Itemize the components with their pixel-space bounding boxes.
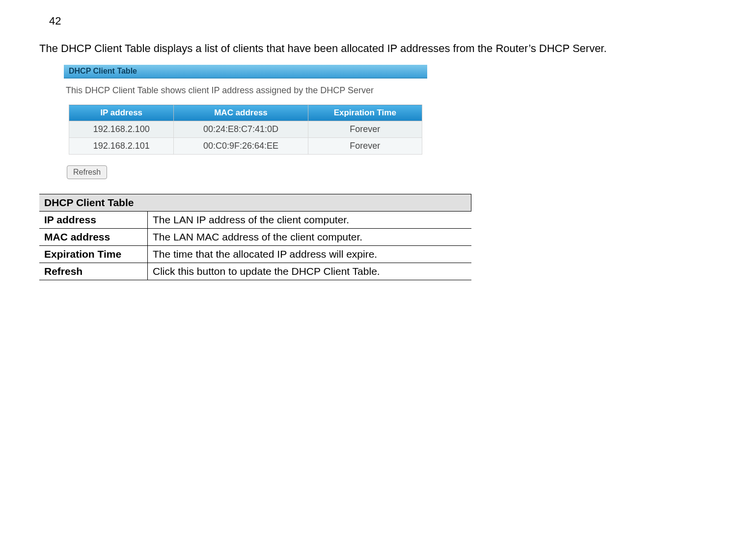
refresh-button[interactable]: Refresh	[67, 165, 107, 179]
cell-expiration: Forever	[308, 121, 422, 138]
def-desc: The LAN MAC address of the client comput…	[148, 229, 471, 246]
definition-table-title: DHCP Client Table	[39, 194, 471, 212]
panel-description: This DHCP Client Table shows client IP a…	[64, 79, 427, 105]
dhcp-client-table-panel: DHCP Client Table This DHCP Client Table…	[64, 65, 427, 179]
page-number: 42	[49, 15, 701, 27]
def-term: Expiration Time	[39, 246, 148, 263]
intro-text: The DHCP Client Table displays a list of…	[39, 42, 701, 55]
table-row: IP address The LAN IP address of the cli…	[39, 212, 471, 229]
def-term: Refresh	[39, 263, 148, 280]
col-header-expiration: Expiration Time	[308, 105, 422, 121]
table-row: Refresh Click this button to update the …	[39, 263, 471, 280]
table-row: 192.168.2.101 00:C0:9F:26:64:EE Forever	[69, 138, 422, 155]
def-term: IP address	[39, 212, 148, 229]
cell-mac: 00:24:E8:C7:41:0D	[174, 121, 308, 138]
cell-mac: 00:C0:9F:26:64:EE	[174, 138, 308, 155]
table-row: Expiration Time The time that the alloca…	[39, 246, 471, 263]
def-desc: The time that the allocated IP address w…	[148, 246, 471, 263]
table-row: 192.168.2.100 00:24:E8:C7:41:0D Forever	[69, 121, 422, 138]
cell-ip: 192.168.2.100	[69, 121, 174, 138]
def-desc: Click this button to update the DHCP Cli…	[148, 263, 471, 280]
col-header-ip: IP address	[69, 105, 174, 121]
col-header-mac: MAC address	[174, 105, 308, 121]
cell-expiration: Forever	[308, 138, 422, 155]
cell-ip: 192.168.2.101	[69, 138, 174, 155]
table-row: MAC address The LAN MAC address of the c…	[39, 229, 471, 246]
definition-table: DHCP Client Table IP address The LAN IP …	[39, 194, 471, 280]
definition-table-title-row: DHCP Client Table	[39, 194, 471, 212]
def-term: MAC address	[39, 229, 148, 246]
panel-title: DHCP Client Table	[64, 65, 427, 79]
dhcp-client-table: IP address MAC address Expiration Time 1…	[69, 105, 422, 155]
def-desc: The LAN IP address of the client compute…	[148, 212, 471, 229]
